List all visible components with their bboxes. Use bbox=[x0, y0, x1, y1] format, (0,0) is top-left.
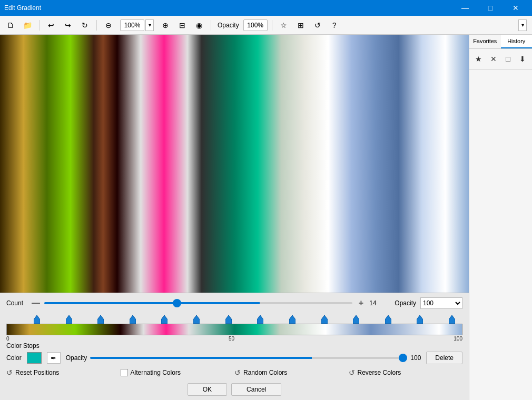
count-value: 14 bbox=[369, 299, 380, 307]
svg-marker-12 bbox=[417, 315, 423, 324]
random-colors-label: Random Colors bbox=[243, 369, 287, 376]
stop-marker[interactable] bbox=[193, 315, 200, 324]
grid-button[interactable]: ⊞ bbox=[293, 18, 308, 32]
help-button[interactable]: ? bbox=[327, 18, 342, 32]
alternating-colors-option[interactable]: Alternating Colors bbox=[121, 369, 235, 376]
right-panel-actions: ★ ✕ □ ⬇ bbox=[469, 49, 532, 69]
eyedropper-button[interactable]: ✒ bbox=[47, 352, 61, 364]
svg-marker-8 bbox=[289, 315, 295, 324]
random-colors-option[interactable]: ↺ Random Colors bbox=[234, 368, 349, 377]
stop-marker[interactable] bbox=[449, 315, 455, 324]
favorite-button[interactable]: ☆ bbox=[277, 18, 291, 32]
open-button[interactable]: 📁 bbox=[20, 18, 35, 32]
maximize-button[interactable]: □ bbox=[478, 0, 503, 16]
right-panel-tabs: Favorites History bbox=[469, 35, 532, 49]
view-split-button[interactable]: ⊟ bbox=[175, 18, 190, 32]
color-stops-label: Color Stops bbox=[6, 342, 462, 349]
cancel-button[interactable]: Cancel bbox=[231, 383, 281, 396]
panel-close-button[interactable]: ✕ bbox=[488, 53, 499, 65]
count-slider[interactable] bbox=[44, 302, 352, 304]
dialog-buttons: OK Cancel bbox=[6, 381, 462, 396]
color-swatch[interactable] bbox=[27, 352, 42, 364]
zoom-dropdown[interactable]: ▾ bbox=[145, 19, 154, 31]
stop-marker[interactable] bbox=[289, 315, 295, 324]
opacity-stops-slider[interactable] bbox=[90, 357, 407, 359]
stop-marker[interactable] bbox=[385, 315, 391, 324]
stop-marker[interactable] bbox=[97, 315, 104, 324]
opacity-right-label: Opacity bbox=[395, 299, 416, 307]
delete-button[interactable]: Delete bbox=[426, 352, 462, 364]
extra-dropdown-btn[interactable]: ▾ bbox=[518, 19, 527, 31]
minimize-button[interactable]: — bbox=[453, 0, 477, 16]
toolbar-separator-4 bbox=[272, 20, 272, 31]
tab-favorites[interactable]: Favorites bbox=[469, 35, 501, 48]
rotate-button[interactable]: ↺ bbox=[310, 18, 325, 32]
undo-button[interactable]: ↩ bbox=[44, 18, 58, 32]
opacity-stops-label: Opacity bbox=[66, 354, 87, 362]
refresh-button[interactable]: ↻ bbox=[77, 18, 92, 32]
zoom-out-button[interactable]: ⊖ bbox=[101, 18, 116, 32]
scale-100: 100 bbox=[454, 336, 462, 342]
random-colors-icon: ↺ bbox=[234, 368, 241, 377]
right-panel: Favorites History ★ ✕ □ ⬇ bbox=[469, 35, 532, 400]
reset-icon: ↺ bbox=[6, 368, 13, 377]
stop-marker[interactable] bbox=[257, 315, 263, 324]
count-increase-button[interactable]: + bbox=[357, 298, 365, 308]
svg-marker-10 bbox=[353, 315, 359, 324]
gradient-preview[interactable]: PHOTOPEA bbox=[0, 35, 469, 293]
svg-marker-2 bbox=[97, 315, 104, 324]
stop-marker[interactable] bbox=[321, 315, 328, 324]
redo-button[interactable]: ↪ bbox=[61, 18, 75, 32]
count-label: Count bbox=[6, 299, 27, 307]
svg-marker-11 bbox=[385, 315, 391, 324]
svg-marker-0 bbox=[34, 315, 40, 324]
svg-marker-7 bbox=[257, 315, 263, 324]
gradient-bar[interactable] bbox=[6, 324, 462, 335]
zoom-display: ▾ bbox=[118, 19, 156, 31]
stop-markers bbox=[6, 312, 462, 324]
panel-square-button[interactable]: □ bbox=[502, 53, 514, 65]
new-button[interactable]: 🗋 bbox=[3, 18, 18, 32]
scale-50: 50 bbox=[229, 336, 234, 342]
toolbar-separator-3 bbox=[211, 20, 211, 31]
stop-marker[interactable] bbox=[34, 315, 40, 324]
reverse-colors-icon: ↺ bbox=[349, 368, 355, 377]
svg-marker-9 bbox=[321, 315, 328, 324]
view-circle-button[interactable]: ◉ bbox=[192, 18, 206, 32]
opacity-stops-value: 100 bbox=[410, 354, 421, 362]
window-controls: — □ ✕ bbox=[453, 0, 528, 16]
close-button[interactable]: ✕ bbox=[504, 0, 528, 16]
tab-history[interactable]: History bbox=[501, 35, 533, 48]
gradient-canvas bbox=[0, 35, 469, 293]
reverse-colors-option[interactable]: ↺ Reverse Colors bbox=[349, 368, 463, 377]
alternating-colors-checkbox[interactable] bbox=[121, 369, 128, 376]
stop-marker[interactable] bbox=[66, 315, 72, 324]
stop-marker[interactable] bbox=[353, 315, 359, 324]
panel-download-button[interactable]: ⬇ bbox=[517, 53, 528, 65]
opacity-label: Opacity bbox=[215, 22, 241, 29]
toolbar-separator-1 bbox=[39, 20, 40, 31]
count-decrease-button[interactable]: — bbox=[32, 298, 40, 308]
bottom-panel: Count — + 14 Opacity 100 75 50 25 0 bbox=[0, 293, 469, 400]
main-area: PHOTOPEA Count — + 14 Opacity 100 75 50 … bbox=[0, 35, 532, 400]
svg-marker-4 bbox=[161, 315, 168, 324]
stop-marker[interactable] bbox=[225, 315, 232, 324]
panel-star-button[interactable]: ★ bbox=[473, 53, 485, 65]
svg-marker-1 bbox=[66, 315, 72, 324]
ok-button[interactable]: OK bbox=[188, 383, 227, 396]
stop-marker[interactable] bbox=[161, 315, 168, 324]
zoom-input[interactable] bbox=[120, 19, 144, 31]
opacity-select[interactable]: 100 75 50 25 0 bbox=[420, 297, 462, 309]
stop-marker[interactable] bbox=[130, 315, 136, 324]
color-label: Color bbox=[6, 354, 22, 362]
zoom-in-button[interactable]: ⊕ bbox=[158, 18, 173, 32]
svg-marker-5 bbox=[193, 315, 200, 324]
title-bar: Edit Gradient — □ ✕ bbox=[0, 0, 532, 16]
toolbar-separator-2 bbox=[96, 20, 97, 31]
scale-0: 0 bbox=[6, 336, 9, 342]
scale-row: 0 50 100 bbox=[6, 335, 462, 342]
opacity-input[interactable] bbox=[243, 19, 268, 31]
stop-marker[interactable] bbox=[417, 315, 423, 324]
reset-positions-option[interactable]: ↺ Reset Positions bbox=[6, 368, 121, 377]
opacity-right: Opacity 100 75 50 25 0 bbox=[395, 297, 462, 309]
